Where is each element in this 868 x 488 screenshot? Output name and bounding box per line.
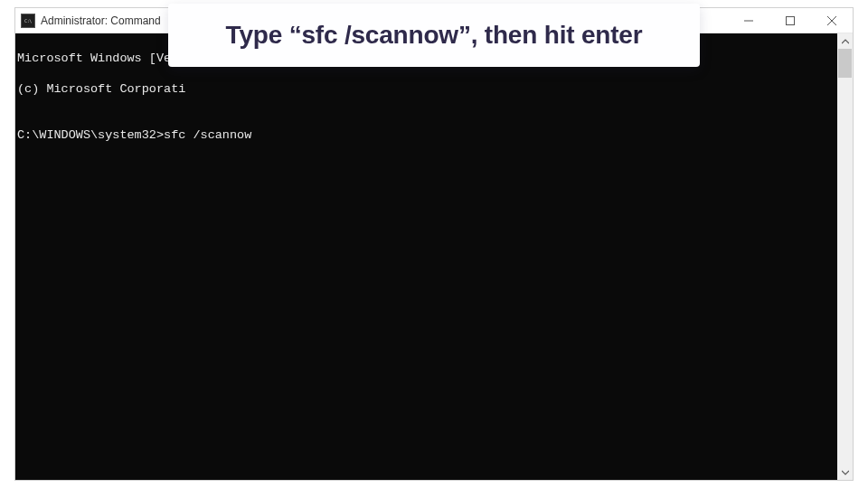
minimize-icon xyxy=(744,16,753,25)
scroll-up-button[interactable] xyxy=(837,33,853,49)
close-button[interactable] xyxy=(811,8,853,33)
prompt-text: C:\WINDOWS\system32> xyxy=(17,127,164,143)
instruction-callout: Type “sfc /scannow”, then hit enter xyxy=(168,4,700,67)
command-input[interactable] xyxy=(164,127,837,143)
cmd-icon xyxy=(21,14,35,28)
chevron-up-icon xyxy=(842,39,849,44)
instruction-text: Type “sfc /scannow”, then hit enter xyxy=(226,21,643,50)
maximize-button[interactable] xyxy=(769,8,811,33)
scroll-track[interactable] xyxy=(837,49,853,465)
maximize-icon xyxy=(786,16,795,25)
window-controls xyxy=(728,8,853,33)
console-line: (c) Microsoft Corporati xyxy=(17,81,837,97)
svg-rect-1 xyxy=(787,17,795,25)
scroll-thumb[interactable] xyxy=(838,49,852,78)
console-area: Microsoft Windows [Vers (c) Microsoft Co… xyxy=(15,33,853,480)
chevron-down-icon xyxy=(842,470,849,475)
close-icon xyxy=(827,16,836,25)
command-prompt-window: Administrator: Command Microsoft Windows… xyxy=(14,7,854,481)
console-output[interactable]: Microsoft Windows [Vers (c) Microsoft Co… xyxy=(15,33,837,480)
window-title: Administrator: Command xyxy=(41,14,161,27)
scroll-down-button[interactable] xyxy=(837,465,853,480)
vertical-scrollbar[interactable] xyxy=(837,33,853,480)
minimize-button[interactable] xyxy=(728,8,769,33)
